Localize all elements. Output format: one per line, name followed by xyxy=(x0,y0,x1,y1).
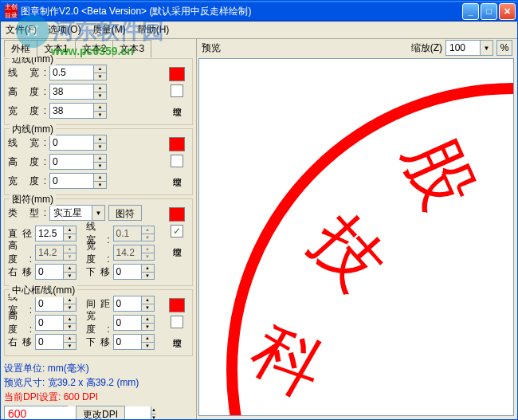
group-symbol: 图符(mm) 类 型: 实五星▼ 图符 直径 ▲▼ 高 度: ▲▼ 右移 xyxy=(4,198,193,286)
preview-canvas[interactable]: 科 技 股 xyxy=(198,58,514,416)
symbol-type-combo[interactable]: 实五星▼ xyxy=(49,205,105,221)
center-spacing-input[interactable]: ▲▼ xyxy=(113,296,155,312)
symbol-linewidth-input: ▲▼ xyxy=(113,226,155,241)
symbol-right-input[interactable]: ▲▼ xyxy=(35,264,77,280)
border-texture-checkbox[interactable] xyxy=(171,84,183,97)
app-icon: 主创目录 xyxy=(5,5,18,18)
right-panel: 预览 缩放(Z) 100 ▼ % 科 技 股 xyxy=(197,39,517,419)
symbol-color-swatch[interactable] xyxy=(169,207,185,222)
border-color-swatch[interactable] xyxy=(169,67,185,81)
border-linewidth-label: 线 宽: xyxy=(8,66,46,80)
group-center: 中心框/线(mm) 线 宽: ▲▼ 高 度: ▲▼ 右移 ▲▼ 间距 xyxy=(4,289,193,356)
center-width-input[interactable]: ▲▼ xyxy=(113,315,155,331)
group-center-label: 中心框/线(mm) xyxy=(10,284,77,297)
spinner-down-icon[interactable]: ▼ xyxy=(93,73,106,80)
zoom-label: 缩放(Z) xyxy=(411,41,442,55)
center-down-input[interactable]: ▲▼ xyxy=(113,334,155,350)
unit-label: 设置单位: mm(毫米) xyxy=(4,361,193,375)
center-color-swatch[interactable] xyxy=(169,298,185,312)
border-width-input[interactable]: ▲▼ xyxy=(49,103,107,119)
minimize-button[interactable]: _ xyxy=(462,3,479,20)
texture-label: 纹理 xyxy=(171,100,183,102)
symbol-height-input: ▲▼ xyxy=(35,245,77,261)
chevron-down-icon[interactable]: ▼ xyxy=(480,41,492,55)
dpi-input[interactable]: ▲▼ xyxy=(4,406,68,419)
symbol-width-input: ▲▼ xyxy=(113,245,155,261)
group-innerline: 内线(mm) 线 宽: ▲▼ 高 度: ▲▼ 宽 度: ▲▼ 纹理 xyxy=(4,128,193,195)
group-symbol-label: 图符(mm) xyxy=(10,193,56,206)
center-height-input[interactable]: ▲▼ xyxy=(35,315,77,331)
tab-text3[interactable]: 文本3 xyxy=(112,40,151,57)
inner-linewidth-input[interactable]: ▲▼ xyxy=(49,135,107,151)
border-linewidth-input[interactable]: ▲▼ xyxy=(49,65,107,80)
center-texture-checkbox[interactable] xyxy=(171,316,183,328)
window-title: 图章制作V2.0 <Beta Version> (默认采用中反走样绘制) xyxy=(21,5,462,18)
maximize-button[interactable]: □ xyxy=(481,3,497,20)
symbol-down-input[interactable]: ▲▼ xyxy=(113,264,155,280)
symbol-texture-checkbox[interactable] xyxy=(171,225,183,237)
percent-button[interactable]: % xyxy=(496,40,512,56)
spinner-up-icon[interactable]: ▲ xyxy=(93,65,106,73)
inner-height-input[interactable]: ▲▼ xyxy=(49,154,107,170)
menu-file[interactable]: 文件(F) xyxy=(6,23,37,37)
center-linewidth-input[interactable]: ▲▼ xyxy=(35,296,77,312)
symbol-button[interactable]: 图符 xyxy=(108,205,142,221)
preview-size-label: 预览尺寸: 宽39.2 x 高39.2 (mm) xyxy=(4,375,193,390)
dpi-current-label: 当前DPI设置: 600 DPI xyxy=(4,390,193,404)
menubar: 文件(F) 选项(O) 质量(M) 帮助(H) xyxy=(1,22,517,39)
border-height-input[interactable]: ▲▼ xyxy=(49,84,107,100)
menu-quality[interactable]: 质量(M) xyxy=(92,23,126,37)
chevron-down-icon[interactable]: ▼ xyxy=(92,206,104,220)
inner-width-input[interactable]: ▲▼ xyxy=(49,173,107,189)
tab-outer[interactable]: 外框 xyxy=(4,40,37,57)
inner-color-swatch[interactable] xyxy=(169,137,185,151)
center-right-input[interactable]: ▲▼ xyxy=(35,334,77,350)
tabs: 外框 文本1 文本2 文本3 xyxy=(4,41,193,57)
zoom-combo[interactable]: 100 ▼ xyxy=(445,40,493,56)
symbol-diameter-input[interactable]: ▲▼ xyxy=(35,226,77,241)
menu-help[interactable]: 帮助(H) xyxy=(137,23,170,37)
group-innerline-label: 内线(mm) xyxy=(10,123,56,136)
titlebar: 主创目录 图章制作V2.0 <Beta Version> (默认采用中反走样绘制… xyxy=(1,1,517,22)
preview-title: 预览 xyxy=(202,41,408,55)
left-panel: 外框 文本1 文本2 文本3 边线(mm) 线 宽: ▲▼ 高 度: ▲▼ 宽 … xyxy=(1,39,197,419)
border-height-label: 高 度: xyxy=(8,85,46,99)
menu-options[interactable]: 选项(O) xyxy=(48,23,80,37)
change-dpi-button[interactable]: 更改DPI xyxy=(76,406,125,419)
tab-text2[interactable]: 文本2 xyxy=(75,40,114,57)
info-lines: 设置单位: mm(毫米) 预览尺寸: 宽39.2 x 高39.2 (mm) 当前… xyxy=(4,361,193,404)
border-width-label: 宽 度: xyxy=(8,104,46,118)
inner-texture-checkbox[interactable] xyxy=(171,155,183,167)
close-button[interactable]: ✕ xyxy=(499,3,516,20)
group-border: 边线(mm) 线 宽: ▲▼ 高 度: ▲▼ 宽 度: ▲▼ 纹理 xyxy=(4,58,193,125)
